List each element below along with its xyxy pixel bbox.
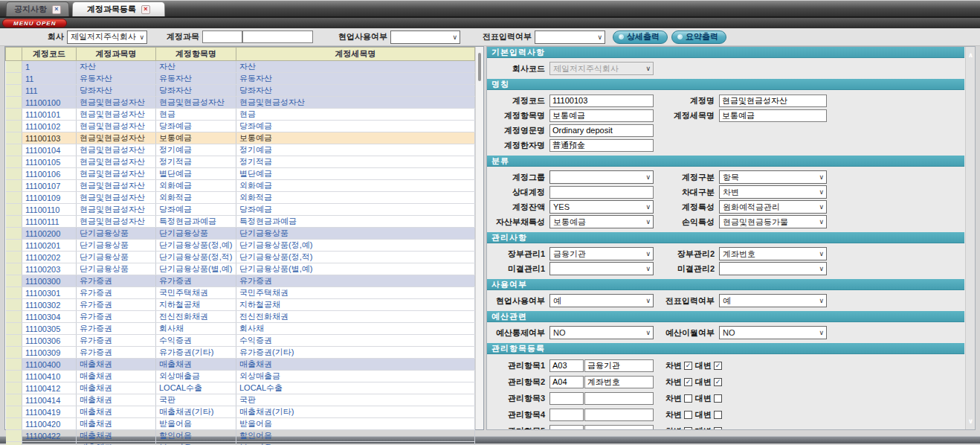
table-row[interactable]: 11100200단기금융상품단기금융상품단기금융상품 [6,228,475,240]
summary-print-button[interactable]: 요약출력 [671,31,726,44]
row-selector[interactable] [6,323,22,335]
table-row[interactable]: 11100100현금및현금성자산현금및현금성자산현금및현금성자산 [6,97,475,109]
table-row[interactable]: 11100306유가증권수익증권수익증권 [6,335,475,347]
account-code-input[interactable] [202,31,242,43]
credit-checkbox[interactable] [714,411,722,419]
account-name-field[interactable] [719,95,827,107]
tab-account-registration[interactable]: 계정과목등록 × [72,1,165,16]
panel-scrollbar[interactable]: ∧ ∨ [965,47,975,429]
table-row[interactable]: 11100110현금및현금성자산당좌예금당좌예금 [6,204,475,216]
budget-carryover-select[interactable]: NO∨ [719,326,827,339]
row-selector[interactable] [6,97,22,109]
close-icon[interactable]: × [52,5,61,14]
credit-checkbox[interactable] [714,427,722,431]
account-division-select[interactable]: 항목∨ [719,170,827,184]
row-selector[interactable] [6,287,22,299]
table-row[interactable]: 11100101현금및현금성자산현금현금 [6,109,475,121]
book-mgmt1-select[interactable]: 금융기관∨ [549,247,654,260]
mgmt-item-code-input[interactable] [549,376,584,388]
table-row[interactable]: 11100202단기금융상품단기금융상품(정,적)단기금융상품(정,적) [6,252,475,263]
debit-checkbox[interactable] [684,411,692,419]
row-selector[interactable] [6,430,22,442]
table-row[interactable]: 11100304유가증권전신전화채권전신전화채권 [6,311,475,323]
row-selector[interactable] [6,275,22,287]
table-row[interactable]: 11100400매출채권매출채권매출채권 [6,359,475,371]
table-row[interactable]: 1자산자산자산 [6,61,475,73]
account-trait-select[interactable]: 원화예적금관리∨ [719,200,827,214]
mgmt-item-code-input[interactable] [549,359,584,372]
table-row[interactable]: 11100107현금및현금성자산외화예금외화예금 [6,180,475,192]
table-row[interactable]: 11100410매출채권외상매출금외상매출금 [6,371,475,382]
chevron-up-icon[interactable]: ∧ [966,51,976,59]
table-row[interactable]: 11100111현금및현금성자산특정현금과예금특정현금과예금 [6,216,475,228]
table-row[interactable]: 11100104현금및현금성자산정기예금정기예금 [6,144,475,156]
company-select[interactable]: 제일저지주식회사 ∨ [67,31,147,44]
field-use-select[interactable]: ∨ [390,31,460,44]
account-code-field[interactable] [549,95,654,107]
row-selector[interactable] [6,168,22,180]
debit-checkbox[interactable] [684,427,692,431]
slip-entry-select[interactable]: ∨ [535,31,605,44]
row-selector[interactable] [6,263,22,275]
account-hanja-field[interactable] [549,139,654,152]
row-selector[interactable] [6,240,22,252]
account-english-field[interactable] [549,124,654,137]
row-selector[interactable] [6,121,22,132]
close-icon[interactable]: × [141,5,150,14]
mgmt-item-name-input[interactable] [584,376,654,388]
credit-checkbox[interactable]: ✓ [714,362,722,370]
table-row[interactable]: 11100309유가증권유가증권(기타)유가증권(기타) [6,347,475,359]
account-sub-field[interactable] [719,109,827,122]
pl-trait-select[interactable]: 현금및현금등가물∨ [719,215,827,228]
row-selector[interactable] [6,252,22,263]
open-mgmt1-select[interactable]: ∨ [549,262,654,275]
row-selector[interactable] [6,382,22,394]
row-selector[interactable] [6,216,22,228]
account-balance-select[interactable]: YES∨ [549,200,654,214]
row-selector[interactable] [6,394,22,406]
table-row[interactable]: 11100106현금및현금성자산별단예금별단예금 [6,168,475,180]
table-row[interactable]: 11100103현금및현금성자산보통예금보통예금 [6,132,475,144]
row-selector[interactable] [6,73,22,85]
slip-entry-detail-select[interactable]: 예∨ [719,294,827,307]
mgmt-item-code-input[interactable] [549,392,584,405]
row-selector[interactable] [6,311,22,323]
detail-print-button[interactable]: 상세출력 [613,31,668,44]
mgmt-item-name-input[interactable] [584,409,654,421]
credit-checkbox[interactable] [714,394,722,403]
row-selector[interactable] [6,156,22,168]
table-row[interactable]: 11100300유가증권유가증권유가증권 [6,275,475,287]
table-row[interactable]: 111당좌자산당좌자산당좌자산 [6,85,475,97]
table-row[interactable]: 11100102현금및현금성자산당좌예금당좌예금 [6,121,475,132]
scrollbar-thumb[interactable] [478,53,481,81]
debit-checkbox[interactable]: ✓ [684,362,692,370]
tab-notice[interactable]: 공지사항 × [6,1,69,16]
row-selector[interactable] [6,192,22,204]
row-selector[interactable] [6,335,22,347]
row-selector[interactable] [6,228,22,240]
chevron-down-icon[interactable]: ∨ [966,417,976,425]
row-selector[interactable] [6,418,22,430]
table-row[interactable]: 11100201단기금융상품단기금융상품(정,예)단기금융상품(정,예) [6,240,475,252]
field-use-detail-select[interactable]: 예∨ [549,294,654,307]
book-mgmt2-select[interactable]: 계좌번호∨ [719,247,827,260]
table-row[interactable]: 11100301유가증권국민주택채권국민주택채권 [6,287,475,299]
table-row[interactable]: 11100414매출채권국판국판 [6,394,475,406]
row-selector[interactable] [6,347,22,359]
mgmt-item-name-input[interactable] [584,392,654,405]
row-selector[interactable] [6,85,22,97]
table-row[interactable]: 11100203단기금융상품단기금융상품(별,예)단기금융상품(별,예) [6,263,475,275]
table-row[interactable]: 11유동자산유동자산유동자산 [6,73,475,85]
table-row[interactable]: 11100420매출채권받을어음받을어음 [6,418,475,430]
table-scrollbar[interactable] [475,47,483,429]
row-selector[interactable] [6,442,22,445]
debit-checkbox[interactable] [684,394,692,403]
row-selector[interactable] [6,180,22,192]
row-selector[interactable] [6,204,22,216]
budget-control-select[interactable]: NO∨ [549,326,654,339]
debit-checkbox[interactable]: ✓ [684,378,692,386]
row-selector[interactable] [6,359,22,371]
mgmt-item-code-input[interactable] [549,425,584,431]
account-item-field[interactable] [549,109,654,122]
row-selector[interactable] [6,109,22,121]
